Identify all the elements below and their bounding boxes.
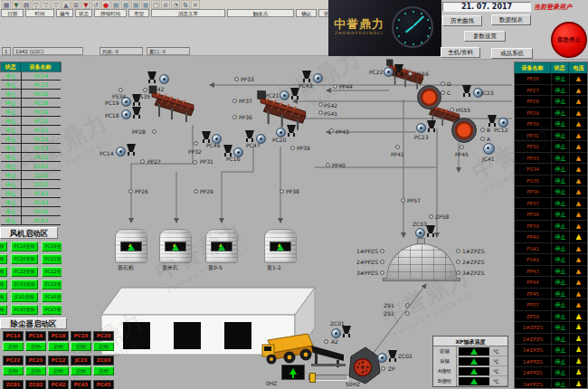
feeder-status-row: 1#ZPZS停止♟	[515, 322, 587, 334]
feeder-name: 2#ZPZS	[515, 334, 551, 345]
vfd-button[interactable]: ZC02变频	[42, 280, 62, 289]
hopper-icon	[426, 225, 435, 237]
hopper-icon	[342, 326, 351, 337]
diagram-label-PP37: PP37	[239, 99, 252, 104]
vfd-button[interactable]: ZC01变频	[0, 292, 7, 302]
feeder-name: PP32	[515, 141, 551, 152]
starter-start-button[interactable]: 启动	[25, 342, 46, 351]
sensor-dot	[318, 110, 323, 115]
vfd-button[interactable]: PC18变频	[11, 242, 38, 251]
feeder-status-row: PP28停止▲	[515, 96, 587, 108]
device-name: PC23	[21, 144, 61, 153]
diagram-label-Z91: Z91	[384, 303, 394, 308]
vfd-button[interactable]: PC47变频	[42, 305, 62, 315]
feeder-status: 停止	[551, 367, 569, 378]
diagram-label-A: A	[487, 137, 490, 142]
feeder-status-row: PP36停止▲	[515, 186, 587, 198]
feeder-name: 2#PPZS	[515, 367, 551, 378]
diagram-label-HS56: HS56	[414, 71, 429, 77]
xp-temperature-panel: XP轴承温度 前轴℃后轴℃A绕组℃B绕组℃	[432, 336, 508, 387]
feeder-status-row: ZP58停止▲	[515, 311, 587, 323]
feeder-status: 停止	[551, 141, 569, 152]
sensor-dot	[232, 99, 237, 103]
feeder-status: 停止	[551, 243, 569, 254]
device-status: 停止	[1, 198, 21, 207]
feeder-gauge-icon: ▲	[569, 198, 587, 209]
vfd-button[interactable]: PC19变频	[42, 242, 62, 251]
fan-icon	[377, 353, 387, 363]
sensor-dot	[380, 260, 384, 264]
fan-icon	[280, 90, 289, 100]
diagram-label-ZP: ZP	[388, 366, 395, 372]
starter-device-tile: PC16	[25, 331, 46, 341]
fan-icon	[159, 74, 169, 84]
sensor-dot	[480, 137, 485, 141]
sensor-dot	[480, 128, 485, 132]
starter-start-button[interactable]: 启动	[25, 366, 46, 375]
vfd-button[interactable]: PC14变频	[0, 242, 7, 251]
starter-start-button[interactable]: 启动	[48, 342, 69, 351]
device-name: ZC03	[21, 180, 61, 189]
feeder-status: 停止	[551, 108, 569, 119]
feeder-gauge-icon: ▲	[569, 176, 587, 186]
device-status: 停止	[1, 126, 21, 135]
starter-start-button[interactable]: 启动	[48, 366, 69, 375]
device-status: 停止	[1, 189, 21, 198]
diagram-label-ZC02: ZC02	[398, 354, 413, 359]
feeder-status: 停止	[551, 85, 569, 96]
diagram-label-PP41: PP41	[391, 152, 404, 157]
starter-start-button[interactable]: 启动	[93, 342, 114, 351]
vfd-button[interactable]: PC23变频	[0, 280, 7, 289]
vfd-button[interactable]: PC20变频	[11, 254, 38, 264]
feeder-status-row: 3#PPZS停止♟	[515, 379, 587, 389]
right-table-header: 设备名称	[515, 62, 551, 73]
starter-device-tile: PC18	[48, 331, 69, 341]
starter-start-button[interactable]: 启动	[3, 366, 24, 375]
sensor-dot	[395, 145, 400, 149]
starter-start-button[interactable]: 启动	[3, 342, 24, 351]
feeder-status-row: PP29停止▲	[515, 108, 587, 119]
diagram-label-JC23: JC23	[481, 90, 494, 96]
feeder-status: 停止	[551, 299, 569, 310]
starter-start-button[interactable]: 启动	[71, 366, 91, 375]
diagram-label-PP28: PP28	[132, 129, 146, 135]
feeder-status-row: PP37停止▲	[515, 198, 587, 210]
diagram-label-1#PPZS: 1#PPZS	[356, 249, 378, 254]
vfd-button[interactable]: PC22变频	[11, 267, 38, 277]
silo-level-window	[211, 242, 232, 251]
vfd-button[interactable]: PC42变频	[0, 305, 7, 315]
fan-icon	[331, 328, 341, 338]
freq-slider-thumb[interactable]	[309, 373, 316, 383]
vfd-button[interactable]: PC16变频	[0, 267, 7, 277]
xp-temp-row: B绕组℃	[433, 376, 507, 386]
starter-start-button[interactable]: 启动	[93, 366, 114, 375]
vfd-button[interactable]: PC12变频	[42, 267, 62, 277]
sensor-dot	[456, 260, 460, 264]
feeder-gauge-icon: ▲	[569, 141, 587, 152]
device-name: PC15	[21, 81, 61, 90]
vfd-button[interactable]: PC15变频	[0, 254, 7, 264]
vfd-button[interactable]: PC21变频	[42, 254, 62, 264]
vfd-button[interactable]: ZC03变频	[11, 280, 38, 289]
right-table-header: 状态	[551, 62, 569, 73]
vfd-button[interactable]: PC46变频	[42, 292, 62, 302]
xp-temp-unit: ℃	[493, 356, 499, 366]
diagram-label-PC23: PC23	[414, 135, 428, 140]
feeder-bell-icon: ▲	[569, 311, 587, 322]
device-name: PC19	[21, 108, 61, 117]
device-status: 停止	[1, 171, 21, 180]
vfd-button[interactable]: PC45变频	[11, 305, 38, 315]
diagram-label-PC18: PC18	[105, 113, 119, 119]
feeder-name: PP30	[515, 119, 551, 129]
diagram-label-PP57: PP57	[407, 198, 421, 204]
diagram-label-2#ZPZS: 2#ZPZS	[462, 260, 485, 265]
feeder-status: 停止	[551, 186, 569, 197]
left-table-header: 状态	[1, 62, 21, 71]
silo-label: 普米石	[162, 265, 178, 270]
starter-start-button[interactable]: 启动	[71, 342, 91, 351]
hopper-icon	[127, 144, 136, 156]
feeder-status: 停止	[551, 266, 569, 277]
feeder-name: PP27	[515, 85, 551, 96]
hopper-icon	[394, 64, 403, 76]
vfd-button[interactable]: JC41变频	[11, 292, 38, 302]
